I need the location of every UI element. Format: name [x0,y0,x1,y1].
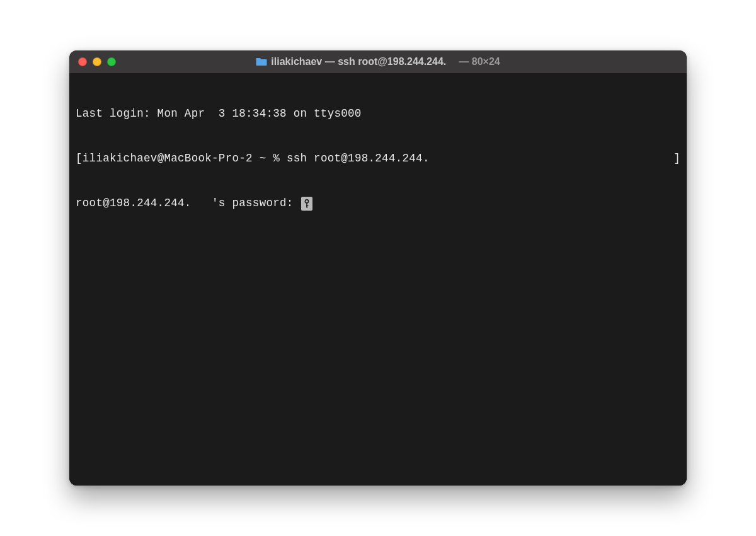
prompt-command: ssh root@198.244.244. [287,152,430,165]
maximize-button[interactable] [107,57,116,66]
svg-rect-3 [307,207,308,207]
window-title-text: iliakichaev — ssh root@198.244.244. [271,56,446,67]
window-title: iliakichaev — ssh root@198.244.244. — 80… [69,56,687,67]
prompt-line: [iliakichaev@MacBook-Pro-2 ~ % ssh root@… [76,151,680,166]
traffic-lights [78,57,116,66]
password-prompt-text: root@198.244.244. 's password: [76,196,300,211]
minimize-button[interactable] [93,57,101,66]
folder-icon [256,57,267,66]
terminal-window: iliakichaev — ssh root@198.244.244. — 80… [69,50,687,486]
close-button[interactable] [78,57,87,66]
password-prompt-line: root@198.244.244. 's password: [76,196,680,211]
key-icon [301,197,312,211]
window-title-dimensions: — 80×24 [459,56,500,67]
svg-rect-2 [307,205,309,206]
last-login-line: Last login: Mon Apr 3 18:34:38 on ttys00… [76,107,680,122]
prompt-user-host: iliakichaev@MacBook-Pro-2 ~ % [83,152,287,165]
prompt-bracket-close: ] [673,151,680,166]
titlebar[interactable]: iliakichaev — ssh root@198.244.244. — 80… [69,50,687,73]
prompt-bracket-open: [ [76,152,83,165]
svg-rect-1 [307,202,308,207]
terminal-body[interactable]: Last login: Mon Apr 3 18:34:38 on ttys00… [69,73,687,486]
